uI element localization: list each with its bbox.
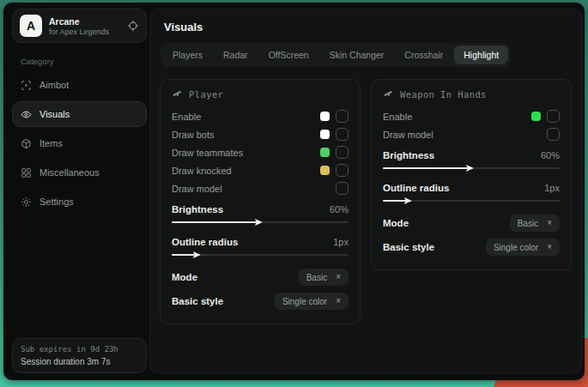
setting-row-enable: Enable bbox=[172, 107, 349, 125]
enable-checkbox[interactable] bbox=[547, 110, 560, 123]
tab-bar: Players Radar OffScreen Skin Changer Cro… bbox=[161, 43, 511, 67]
app-window: A Arcane for Apex Legends Category Aimbo bbox=[3, 3, 585, 380]
setting-label: Enable bbox=[383, 112, 412, 122]
tab-highlight[interactable]: Highlight bbox=[454, 45, 508, 64]
sidebar-item-miscellaneous[interactable]: Miscellaneous bbox=[12, 160, 147, 185]
chip-value: Basic bbox=[306, 273, 327, 282]
player-group: Player Enable Draw bots bbox=[160, 79, 361, 324]
sidebar-item-label: Settings bbox=[39, 197, 74, 207]
gear-icon bbox=[21, 197, 32, 208]
slider-value: 60% bbox=[330, 204, 349, 215]
cube-icon bbox=[21, 138, 32, 149]
color-swatch[interactable] bbox=[320, 166, 330, 175]
color-swatch[interactable] bbox=[320, 112, 330, 121]
app-subtitle: for Apex Legends bbox=[49, 27, 109, 36]
player-gun-icon bbox=[172, 88, 183, 100]
setting-row-draw-teammates: Draw teammates bbox=[172, 143, 349, 161]
sidebar: A Arcane for Apex Legends Category Aimbo bbox=[12, 9, 147, 373]
draw-knocked-checkbox[interactable] bbox=[336, 164, 349, 177]
setting-row-enable: Enable bbox=[383, 107, 560, 125]
outline-radius-slider[interactable] bbox=[383, 197, 560, 204]
remove-icon[interactable]: × bbox=[547, 219, 552, 227]
basic-style-row: Basic style Single color × bbox=[383, 235, 560, 259]
basic-style-chip[interactable]: Single color × bbox=[486, 239, 560, 256]
slider-label: Brightness bbox=[172, 204, 223, 215]
main-panel: Visuals Players Radar OffScreen Skin Cha… bbox=[149, 9, 582, 373]
category-label: Category bbox=[21, 57, 138, 66]
mode-chip[interactable]: Basic × bbox=[299, 269, 349, 286]
setting-label: Draw model bbox=[383, 130, 433, 140]
mode-chip[interactable]: Basic × bbox=[510, 215, 560, 232]
remove-icon[interactable]: × bbox=[547, 243, 552, 251]
subscription-info-box: Sub expires in 9d 23h Session duration 3… bbox=[12, 338, 147, 373]
slider-label: Outline radius bbox=[172, 237, 238, 247]
draw-model-checkbox[interactable] bbox=[336, 182, 349, 195]
color-swatch[interactable] bbox=[531, 112, 541, 121]
player-group-header: Player bbox=[172, 88, 349, 100]
sidebar-item-settings[interactable]: Settings bbox=[12, 189, 147, 215]
color-swatch[interactable] bbox=[320, 130, 330, 139]
slider-fill bbox=[172, 221, 257, 223]
setting-label: Enable bbox=[172, 112, 201, 122]
slider-value: 60% bbox=[541, 150, 560, 160]
sidebar-item-visuals[interactable]: Visuals bbox=[12, 101, 147, 127]
enable-checkbox[interactable] bbox=[336, 110, 349, 123]
sidebar-header: A Arcane for Apex Legends bbox=[12, 9, 147, 43]
tabs-wrap: Players Radar OffScreen Skin Changer Cro… bbox=[150, 43, 581, 67]
remove-icon[interactable]: × bbox=[336, 273, 341, 281]
session-duration-text: Session duration 3m 7s bbox=[21, 357, 138, 366]
setting-label: Draw model bbox=[172, 184, 222, 194]
chip-value: Basic bbox=[518, 219, 538, 228]
slider-value: 1px bbox=[544, 183, 560, 193]
basic-style-chip[interactable]: Single color × bbox=[275, 293, 349, 310]
group-title: Weapon In Hands bbox=[400, 89, 487, 100]
tab-radar[interactable]: Radar bbox=[214, 45, 258, 64]
app-title-block: Arcane for Apex Legends bbox=[49, 16, 109, 36]
setting-label: Draw knocked bbox=[172, 166, 232, 176]
weapon-group-header: Weapon In Hands bbox=[383, 88, 560, 100]
desktop-background: { "sidebar": { "logo_letter": "A", "app_… bbox=[0, 0, 588, 387]
slider-label: Brightness bbox=[383, 150, 434, 160]
mode-row: Mode Basic × bbox=[383, 211, 560, 235]
group-title: Player bbox=[189, 89, 223, 100]
outline-radius-row: Outline radius 1px bbox=[172, 233, 349, 251]
draw-bots-checkbox[interactable] bbox=[336, 128, 349, 141]
draw-model-checkbox[interactable] bbox=[547, 128, 560, 141]
chip-row-label: Basic style bbox=[383, 242, 434, 252]
setting-row-draw-bots: Draw bots bbox=[172, 125, 349, 143]
setting-label: Draw bots bbox=[172, 130, 215, 140]
chip-value: Single color bbox=[494, 243, 538, 252]
chip-row-label: Mode bbox=[383, 218, 409, 228]
weapon-in-hands-group: Weapon In Hands Enable Draw model bbox=[371, 79, 572, 270]
slider-fill bbox=[172, 254, 195, 256]
chip-row-label: Mode bbox=[172, 272, 197, 282]
sidebar-item-label: Aimbot bbox=[39, 80, 69, 90]
sidebar-item-label: Visuals bbox=[39, 109, 70, 119]
remove-icon[interactable]: × bbox=[336, 297, 341, 305]
brightness-row: Brightness 60% bbox=[383, 146, 560, 165]
outline-radius-slider[interactable] bbox=[172, 251, 349, 258]
slider-value: 1px bbox=[333, 237, 349, 247]
setting-row-draw-knocked: Draw knocked bbox=[172, 161, 349, 179]
setting-row-draw-model: Draw model bbox=[172, 179, 349, 197]
tab-crosshair[interactable]: Crosshair bbox=[395, 45, 452, 64]
slider-label: Outline radius bbox=[383, 183, 449, 193]
draw-teammates-checkbox[interactable] bbox=[336, 146, 349, 159]
slider-fill bbox=[383, 200, 406, 202]
setting-label: Draw teammates bbox=[172, 148, 243, 158]
settings-panels: Player Enable Draw bots bbox=[150, 67, 581, 336]
tab-offscreen[interactable]: OffScreen bbox=[259, 45, 318, 64]
tab-skin-changer[interactable]: Skin Changer bbox=[320, 45, 394, 64]
basic-style-row: Basic style Single color × bbox=[172, 289, 349, 313]
sub-expires-text: Sub expires in 9d 23h bbox=[21, 345, 138, 354]
color-swatch[interactable] bbox=[320, 148, 330, 157]
setting-row-draw-model: Draw model bbox=[383, 125, 560, 143]
tab-players[interactable]: Players bbox=[163, 45, 212, 64]
target-icon[interactable] bbox=[127, 20, 139, 32]
eye-icon bbox=[21, 109, 32, 120]
weapon-gun-icon bbox=[383, 88, 394, 100]
sidebar-item-aimbot[interactable]: Aimbot bbox=[12, 72, 147, 98]
sidebar-item-items[interactable]: Items bbox=[12, 130, 147, 156]
brightness-slider[interactable] bbox=[383, 165, 560, 172]
brightness-slider[interactable] bbox=[172, 219, 349, 226]
